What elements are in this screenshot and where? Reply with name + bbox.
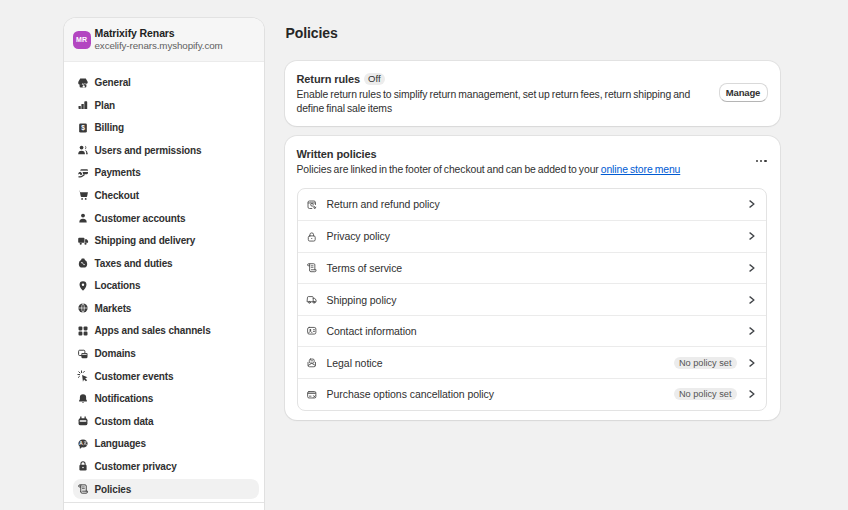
svg-text:A: A	[79, 441, 83, 446]
svg-text:$: $	[81, 124, 85, 132]
